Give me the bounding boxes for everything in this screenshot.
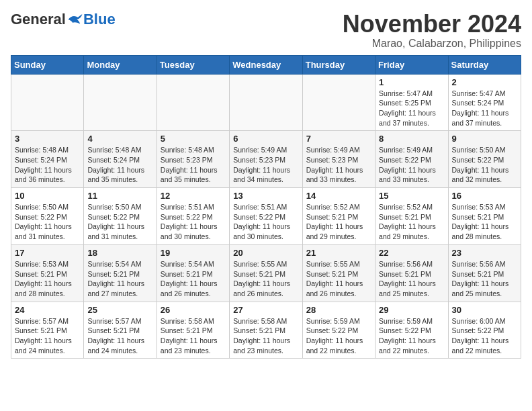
calendar-cell: 12Sunrise: 5:51 AMSunset: 5:22 PMDayligh… — [157, 188, 229, 245]
calendar-cell: 8Sunrise: 5:49 AMSunset: 5:22 PMDaylight… — [375, 131, 448, 188]
day-info: Sunrise: 5:52 AMSunset: 5:21 PMDaylight:… — [379, 202, 444, 242]
logo: General Blue — [11, 11, 116, 28]
calendar-header-cell: Tuesday — [157, 55, 229, 74]
calendar-header-cell: Thursday — [302, 55, 375, 74]
day-info: Sunrise: 5:54 AMSunset: 5:21 PMDaylight:… — [87, 259, 152, 299]
page-header: General Blue November 2024 Marao, Calaba… — [11, 11, 521, 50]
calendar-week-row: 17Sunrise: 5:53 AMSunset: 5:21 PMDayligh… — [11, 244, 521, 302]
page-title: November 2024 — [343, 11, 521, 38]
calendar-header-cell: Friday — [375, 55, 448, 74]
day-number: 2 — [452, 77, 517, 87]
day-info: Sunrise: 5:49 AMSunset: 5:22 PMDaylight:… — [379, 145, 444, 185]
day-info: Sunrise: 5:56 AMSunset: 5:21 PMDaylight:… — [452, 259, 517, 299]
day-number: 6 — [233, 134, 298, 144]
calendar-cell: 23Sunrise: 5:56 AMSunset: 5:21 PMDayligh… — [448, 244, 521, 302]
calendar-body: 1Sunrise: 5:47 AMSunset: 5:25 PMDaylight… — [11, 74, 521, 359]
day-info: Sunrise: 5:51 AMSunset: 5:22 PMDaylight:… — [233, 202, 298, 242]
calendar-week-row: 24Sunrise: 5:57 AMSunset: 5:21 PMDayligh… — [11, 302, 521, 359]
day-number: 8 — [379, 134, 444, 144]
logo-bird-icon — [67, 13, 83, 26]
day-info: Sunrise: 5:57 AMSunset: 5:21 PMDaylight:… — [87, 316, 152, 356]
day-info: Sunrise: 5:51 AMSunset: 5:22 PMDaylight:… — [161, 202, 226, 242]
day-number: 12 — [161, 191, 226, 201]
calendar-cell — [230, 74, 302, 131]
day-info: Sunrise: 5:48 AMSunset: 5:24 PMDaylight:… — [15, 145, 80, 185]
title-block: November 2024 Marao, Calabarzon, Philipp… — [343, 11, 521, 50]
day-number: 25 — [87, 305, 152, 315]
day-info: Sunrise: 5:58 AMSunset: 5:21 PMDaylight:… — [161, 316, 226, 356]
calendar-cell: 20Sunrise: 5:55 AMSunset: 5:21 PMDayligh… — [230, 244, 302, 302]
calendar-week-row: 3Sunrise: 5:48 AMSunset: 5:24 PMDaylight… — [11, 131, 521, 188]
day-number: 30 — [452, 305, 517, 315]
day-number: 20 — [233, 248, 298, 258]
day-number: 27 — [233, 305, 298, 315]
calendar-cell: 6Sunrise: 5:49 AMSunset: 5:23 PMDaylight… — [230, 131, 302, 188]
day-number: 13 — [233, 191, 298, 201]
calendar-week-row: 1Sunrise: 5:47 AMSunset: 5:25 PMDaylight… — [11, 74, 521, 131]
day-info: Sunrise: 5:50 AMSunset: 5:22 PMDaylight:… — [452, 145, 517, 185]
calendar-week-row: 10Sunrise: 5:50 AMSunset: 5:22 PMDayligh… — [11, 188, 521, 245]
day-info: Sunrise: 5:49 AMSunset: 5:23 PMDaylight:… — [306, 145, 371, 185]
day-number: 24 — [15, 305, 80, 315]
calendar-header-cell: Wednesday — [230, 55, 302, 74]
day-number: 28 — [306, 305, 371, 315]
calendar-cell: 26Sunrise: 5:58 AMSunset: 5:21 PMDayligh… — [157, 302, 229, 359]
day-info: Sunrise: 5:55 AMSunset: 5:21 PMDaylight:… — [306, 259, 371, 299]
calendar-header: SundayMondayTuesdayWednesdayThursdayFrid… — [11, 55, 521, 74]
calendar-cell: 10Sunrise: 5:50 AMSunset: 5:22 PMDayligh… — [11, 188, 84, 245]
day-info: Sunrise: 5:47 AMSunset: 5:25 PMDaylight:… — [379, 89, 444, 128]
day-info: Sunrise: 5:48 AMSunset: 5:24 PMDaylight:… — [87, 145, 152, 185]
day-number: 7 — [306, 134, 371, 144]
day-number: 15 — [379, 191, 444, 201]
day-info: Sunrise: 5:48 AMSunset: 5:23 PMDaylight:… — [161, 145, 226, 185]
day-info: Sunrise: 5:59 AMSunset: 5:22 PMDaylight:… — [306, 316, 371, 356]
calendar-cell: 27Sunrise: 5:58 AMSunset: 5:21 PMDayligh… — [230, 302, 302, 359]
calendar-cell: 18Sunrise: 5:54 AMSunset: 5:21 PMDayligh… — [84, 244, 157, 302]
calendar-cell: 19Sunrise: 5:54 AMSunset: 5:21 PMDayligh… — [157, 244, 229, 302]
calendar-header-cell: Sunday — [11, 55, 84, 74]
day-info: Sunrise: 5:50 AMSunset: 5:22 PMDaylight:… — [87, 202, 152, 242]
day-info: Sunrise: 5:55 AMSunset: 5:21 PMDaylight:… — [233, 259, 298, 299]
day-info: Sunrise: 5:52 AMSunset: 5:21 PMDaylight:… — [306, 202, 371, 242]
calendar-cell: 2Sunrise: 5:47 AMSunset: 5:24 PMDaylight… — [448, 74, 521, 131]
day-info: Sunrise: 5:54 AMSunset: 5:21 PMDaylight:… — [161, 259, 226, 299]
day-info: Sunrise: 5:47 AMSunset: 5:24 PMDaylight:… — [452, 89, 517, 128]
calendar-cell: 28Sunrise: 5:59 AMSunset: 5:22 PMDayligh… — [302, 302, 375, 359]
day-info: Sunrise: 5:59 AMSunset: 5:22 PMDaylight:… — [379, 316, 444, 356]
day-info: Sunrise: 5:50 AMSunset: 5:22 PMDaylight:… — [15, 202, 80, 242]
day-info: Sunrise: 5:53 AMSunset: 5:21 PMDaylight:… — [15, 259, 80, 299]
calendar-cell: 17Sunrise: 5:53 AMSunset: 5:21 PMDayligh… — [11, 244, 84, 302]
day-info: Sunrise: 5:53 AMSunset: 5:21 PMDaylight:… — [452, 202, 517, 242]
calendar-cell: 11Sunrise: 5:50 AMSunset: 5:22 PMDayligh… — [84, 188, 157, 245]
calendar-cell: 13Sunrise: 5:51 AMSunset: 5:22 PMDayligh… — [230, 188, 302, 245]
calendar-cell: 4Sunrise: 5:48 AMSunset: 5:24 PMDaylight… — [84, 131, 157, 188]
calendar-header-cell: Saturday — [448, 55, 521, 74]
day-number: 1 — [379, 77, 444, 87]
day-number: 26 — [161, 305, 226, 315]
calendar-cell: 29Sunrise: 5:59 AMSunset: 5:22 PMDayligh… — [375, 302, 448, 359]
calendar-cell — [11, 74, 84, 131]
day-number: 16 — [452, 191, 517, 201]
calendar-cell: 3Sunrise: 5:48 AMSunset: 5:24 PMDaylight… — [11, 131, 84, 188]
day-number: 19 — [161, 248, 226, 258]
day-number: 23 — [452, 248, 517, 258]
calendar-cell: 9Sunrise: 5:50 AMSunset: 5:22 PMDaylight… — [448, 131, 521, 188]
day-number: 3 — [15, 134, 80, 144]
day-info: Sunrise: 6:00 AMSunset: 5:22 PMDaylight:… — [452, 316, 517, 356]
calendar-cell: 22Sunrise: 5:56 AMSunset: 5:21 PMDayligh… — [375, 244, 448, 302]
calendar-cell — [302, 74, 375, 131]
day-number: 4 — [87, 134, 152, 144]
day-number: 11 — [87, 191, 152, 201]
day-number: 29 — [379, 305, 444, 315]
calendar-cell: 1Sunrise: 5:47 AMSunset: 5:25 PMDaylight… — [375, 74, 448, 131]
day-info: Sunrise: 5:58 AMSunset: 5:21 PMDaylight:… — [233, 316, 298, 356]
day-number: 5 — [161, 134, 226, 144]
calendar-cell: 25Sunrise: 5:57 AMSunset: 5:21 PMDayligh… — [84, 302, 157, 359]
page-subtitle: Marao, Calabarzon, Philippines — [343, 38, 521, 50]
logo-general-text: General — [11, 11, 66, 28]
calendar-cell: 15Sunrise: 5:52 AMSunset: 5:21 PMDayligh… — [375, 188, 448, 245]
day-info: Sunrise: 5:49 AMSunset: 5:23 PMDaylight:… — [233, 145, 298, 185]
day-number: 22 — [379, 248, 444, 258]
day-number: 9 — [452, 134, 517, 144]
day-number: 18 — [87, 248, 152, 258]
